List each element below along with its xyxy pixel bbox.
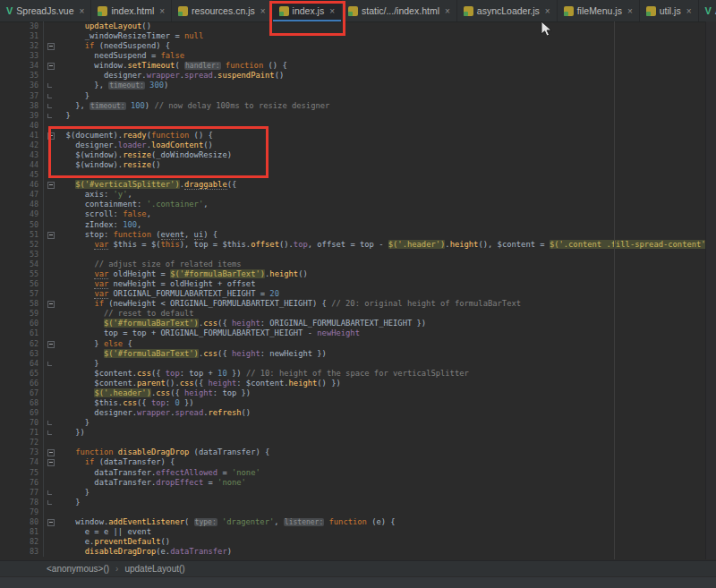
fold-marker-icon[interactable]	[47, 519, 55, 526]
close-icon[interactable]: ×	[627, 6, 633, 16]
line-number: 36	[0, 81, 44, 90]
code-line[interactable]: 36 }, timeout: 300)	[0, 81, 716, 90]
tab-resources-cn-js[interactable]: resources.cn.js×	[172, 0, 272, 21]
fold-marker-icon[interactable]	[47, 490, 52, 495]
fold-marker-icon[interactable]	[47, 43, 55, 50]
fold-marker-icon[interactable]	[47, 83, 52, 88]
close-icon[interactable]: ×	[445, 6, 450, 16]
fold-marker-icon[interactable]	[47, 301, 55, 308]
tab-spreadjs-vue[interactable]: VSpreadJs.vue×	[0, 0, 91, 21]
code-line[interactable]: 52 var $this = $(this), top = $this.offs…	[0, 240, 716, 250]
code-line[interactable]: 47 axis: 'y',	[0, 190, 716, 200]
code-line[interactable]: 65 $content.css({ top: top + 10 }) // 10…	[0, 369, 716, 379]
code-line[interactable]: 60 $('#formulaBarText').css({ height: OR…	[0, 319, 716, 328]
code-line[interactable]: 40	[0, 121, 716, 131]
code-line[interactable]: 42 designer.loader.loadContent()	[0, 141, 716, 150]
code-line[interactable]: 32 if (needSuspend) {	[0, 41, 716, 51]
code-line[interactable]: 72	[0, 438, 716, 447]
code-line[interactable]: 64 }	[0, 359, 716, 369]
line-number: 41	[0, 131, 44, 141]
code-line[interactable]: 54 // adjust size of related items	[0, 260, 716, 269]
code-line[interactable]: 48 containment: '.container',	[0, 200, 716, 209]
fold-marker-icon[interactable]	[47, 104, 52, 108]
code-editor[interactable]: 30 updateLayout()31 _windowResizeTimer =…	[0, 21, 716, 559]
code-line[interactable]: 61 top = top + ORIGINAL_FORMULABARTEXT_H…	[0, 328, 716, 338]
code-line[interactable]: 67 $('.header').css({ height: top })	[0, 388, 716, 398]
code-line[interactable]: 37 }	[0, 91, 716, 101]
code-line[interactable]: 34 window.setTimeout( handler: function …	[0, 61, 716, 71]
code-line[interactable]: 77 }	[0, 488, 716, 498]
code-line[interactable]: 53	[0, 250, 716, 260]
code-line[interactable]: 68 $this.css({ top: 0 })	[0, 398, 716, 408]
code-line[interactable]: 75 dataTransfer.effectAllowed = 'none'	[0, 468, 716, 478]
fold-marker-icon[interactable]	[47, 63, 55, 70]
fold-marker-icon[interactable]	[47, 500, 52, 505]
breadcrumb-item-updatelayout[interactable]: updateLayout()	[124, 564, 184, 574]
close-icon[interactable]: ×	[260, 6, 266, 16]
code-line[interactable]: 33 needSuspend = false	[0, 51, 716, 61]
close-icon[interactable]: ×	[80, 6, 85, 16]
fold-gutter	[44, 279, 56, 289]
fold-marker-icon[interactable]	[47, 341, 55, 348]
code-line[interactable]: 70 }	[0, 418, 716, 428]
line-number: 45	[0, 170, 44, 180]
tab-asyncloader-js[interactable]: asyncLoader.js×	[457, 0, 558, 21]
code-line[interactable]: 39 }	[0, 111, 716, 121]
code-line[interactable]: 50 zIndex: 100,	[0, 220, 716, 230]
code-line[interactable]: 58 if (newHeight < ORIGINAL_FORMULABARTE…	[0, 299, 716, 309]
code-line[interactable]: 69 designer.wrapper.spread.refresh()	[0, 408, 716, 418]
fold-marker-icon[interactable]	[47, 232, 55, 239]
close-icon[interactable]: ×	[329, 6, 335, 16]
code-line[interactable]: 45	[0, 170, 716, 180]
code-line[interactable]: 71 })	[0, 428, 716, 438]
code-text: }	[56, 111, 716, 121]
code-line[interactable]: 59 // reset to default	[0, 309, 716, 319]
code-line[interactable]: 73 function disableDragDrop (dataTransfe…	[0, 447, 716, 457]
fold-marker-icon[interactable]	[47, 430, 52, 435]
code-line[interactable]: 30 updateLayout()	[0, 21, 716, 31]
code-line[interactable]: 35 designer.wrapper.spread.suspendPaint(…	[0, 71, 716, 81]
code-line[interactable]: 66 $content.parent().css({ height: $cont…	[0, 379, 716, 388]
code-line[interactable]: 74 if (dataTransfer) {	[0, 457, 716, 467]
tab-static-index-html[interactable]: static/.../index.html×	[342, 0, 457, 21]
code-line[interactable]: 43 $(window).resize(_doWindowResize)	[0, 150, 716, 160]
code-line[interactable]: 56 var newHeight = oldHeight + offset	[0, 279, 716, 289]
close-icon[interactable]: ×	[545, 6, 550, 16]
tab-index-html[interactable]: index.html×	[91, 0, 172, 21]
close-icon[interactable]: ×	[159, 6, 165, 16]
fold-marker-icon[interactable]	[47, 132, 55, 140]
code-line[interactable]: 49 scroll: false,	[0, 209, 716, 219]
code-line[interactable]: 57 var ORIGINAL_FORMULABARTEXT_HEIGHT = …	[0, 289, 716, 299]
code-line[interactable]: 38 }, timeout: 100) // now delay 100ms t…	[0, 101, 716, 111]
tab-filemenu-js[interactable]: fileMenu.js×	[558, 0, 640, 21]
code-line[interactable]: 44 $(window).resize()	[0, 160, 716, 170]
tab-util-js[interactable]: util.js×	[640, 0, 699, 21]
fold-marker-icon[interactable]	[47, 449, 55, 456]
code-line[interactable]: 82 e.preventDefault()	[0, 537, 716, 547]
code-line[interactable]: 55 var oldHeight = $('#formulaBarText').…	[0, 269, 716, 279]
code-line[interactable]: 41 $(document).ready(function () {	[0, 131, 716, 141]
code-line[interactable]: 62 } else {	[0, 339, 716, 349]
code-line[interactable]: 80 window.addEventListener( type: 'drage…	[0, 517, 716, 527]
fold-marker-icon[interactable]	[47, 182, 55, 189]
code-line[interactable]: 63 $('#formulaBarText').css({ height: ne…	[0, 349, 716, 359]
code-line[interactable]: 78 }	[0, 498, 716, 507]
code-line[interactable]: 83 disableDragDrop(e.dataTransfer)	[0, 547, 716, 557]
fold-marker-icon[interactable]	[47, 94, 52, 98]
fold-marker-icon[interactable]	[47, 421, 52, 425]
scrollbar-track[interactable]	[705, 21, 716, 559]
fold-marker-icon[interactable]	[47, 459, 55, 466]
code-line[interactable]: 51 stop: function (event, ui) {	[0, 230, 716, 240]
fold-marker-icon[interactable]	[47, 362, 52, 366]
tab-label: SpreadJs.vue	[16, 5, 73, 16]
tab-index-js[interactable]: index.js×	[273, 0, 342, 21]
breadcrumb-item-anonymous[interactable]: <anonymous>()	[47, 564, 109, 574]
tab-app-vue[interactable]: VApp.vue×	[699, 0, 716, 21]
fold-marker-icon[interactable]	[47, 114, 52, 118]
code-line[interactable]: 46 $('#verticalSplitter').draggable({	[0, 180, 716, 190]
code-line[interactable]: 79	[0, 507, 716, 517]
code-line[interactable]: 76 dataTransfer.dropEffect = 'none'	[0, 478, 716, 488]
code-line[interactable]: 81 e = e || event	[0, 527, 716, 537]
code-line[interactable]: 31 _windowResizeTimer = null	[0, 31, 716, 41]
close-icon[interactable]: ×	[686, 6, 692, 16]
